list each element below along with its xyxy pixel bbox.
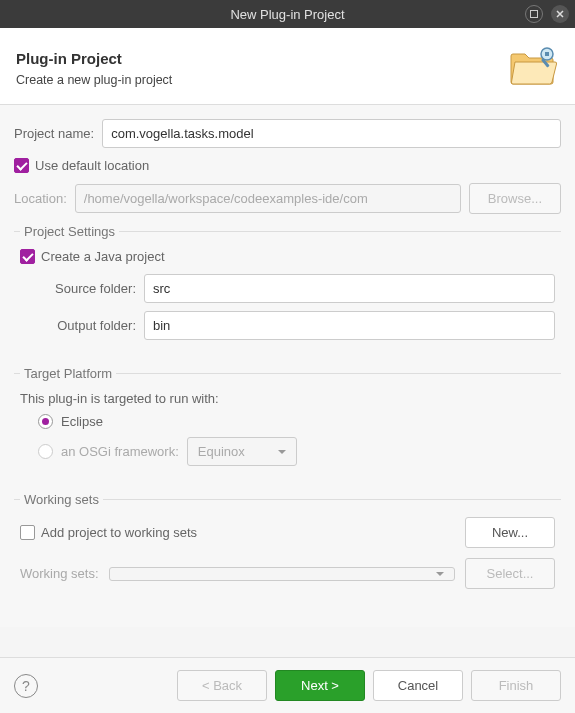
wizard-content: Project name: Use default location Locat… (0, 105, 575, 627)
new-working-set-button[interactable]: New... (465, 517, 555, 548)
create-java-row: Create a Java project (20, 249, 555, 264)
source-folder-row: Source folder: (38, 274, 555, 303)
working-sets-fieldset: Working sets Add project to working sets… (14, 492, 561, 605)
back-button: < Back (177, 670, 267, 701)
default-location-checkbox[interactable] (14, 158, 29, 173)
working-sets-label: Working sets: (20, 566, 99, 581)
next-button[interactable]: Next > (275, 670, 365, 701)
source-folder-input[interactable] (144, 274, 555, 303)
add-working-set-row: Add project to working sets New... (20, 517, 555, 548)
output-folder-label: Output folder: (38, 318, 136, 333)
close-button[interactable] (551, 5, 569, 23)
osgi-radio-label: an OSGi framework: (61, 444, 179, 459)
target-intro: This plug-in is targeted to run with: (20, 391, 555, 406)
project-settings-fieldset: Project Settings Create a Java project S… (14, 224, 561, 354)
source-folder-label: Source folder: (38, 281, 136, 296)
select-working-set-button: Select... (465, 558, 555, 589)
osgi-radio[interactable] (38, 444, 53, 459)
maximize-button[interactable] (525, 5, 543, 23)
eclipse-radio-row: Eclipse (38, 414, 555, 429)
working-sets-select (109, 567, 455, 581)
help-icon[interactable]: ? (14, 674, 38, 698)
page-title: Plug-in Project (16, 50, 172, 67)
wizard-folder-icon (507, 42, 559, 94)
location-label: Location: (14, 191, 67, 206)
page-subtitle: Create a new plug-in project (16, 73, 172, 87)
osgi-radio-row: an OSGi framework: Equinox (38, 437, 555, 466)
finish-button: Finish (471, 670, 561, 701)
default-location-label: Use default location (35, 158, 149, 173)
output-folder-input[interactable] (144, 311, 555, 340)
add-working-set-label: Add project to working sets (41, 525, 197, 540)
svg-rect-2 (545, 52, 549, 56)
target-platform-fieldset: Target Platform This plug-in is targeted… (14, 366, 561, 480)
cancel-button[interactable]: Cancel (373, 670, 463, 701)
wizard-header: Plug-in Project Create a new plug-in pro… (0, 28, 575, 105)
target-platform-legend: Target Platform (20, 366, 116, 381)
browse-button: Browse... (469, 183, 561, 214)
wizard-footer: ? < Back Next > Cancel Finish (0, 657, 575, 713)
create-java-label: Create a Java project (41, 249, 165, 264)
location-input (75, 184, 461, 213)
working-sets-legend: Working sets (20, 492, 103, 507)
eclipse-radio-label: Eclipse (61, 414, 103, 429)
add-working-set-checkbox[interactable] (20, 525, 35, 540)
titlebar: New Plug-in Project (0, 0, 575, 28)
eclipse-radio[interactable] (38, 414, 53, 429)
default-location-row: Use default location (14, 158, 561, 173)
working-sets-select-row: Working sets: Select... (20, 558, 555, 589)
window-title: New Plug-in Project (230, 7, 344, 22)
window-controls (525, 5, 569, 23)
project-name-row: Project name: (14, 119, 561, 148)
svg-rect-0 (531, 11, 538, 18)
project-name-label: Project name: (14, 126, 94, 141)
project-name-input[interactable] (102, 119, 561, 148)
create-java-checkbox[interactable] (20, 249, 35, 264)
output-folder-row: Output folder: (38, 311, 555, 340)
location-row: Location: Browse... (14, 183, 561, 214)
osgi-select: Equinox (187, 437, 297, 466)
project-settings-legend: Project Settings (20, 224, 119, 239)
